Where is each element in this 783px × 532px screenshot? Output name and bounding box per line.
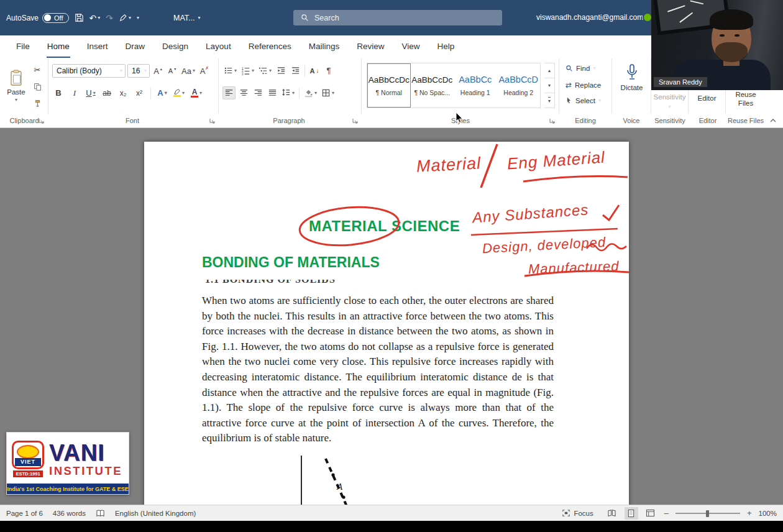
decrease-indent-icon xyxy=(277,66,286,75)
reuse-files-button[interactable]: Reuse xyxy=(717,91,774,98)
superscript-button[interactable]: x² xyxy=(133,86,145,99)
text-effects-button[interactable]: A ▾ xyxy=(156,86,168,99)
chevron-down-icon: ▾ xyxy=(129,16,131,21)
style-no-spacing[interactable]: AaBbCcDc ¶ No Spac... xyxy=(411,63,454,108)
document-title[interactable]: MAT... ▾ xyxy=(173,14,201,22)
cut-button[interactable]: ✂ xyxy=(31,63,44,76)
tab-references[interactable]: References xyxy=(240,35,300,58)
zoom-in-button[interactable]: + xyxy=(746,508,753,518)
account-email[interactable]: viswanadh.chaganti@gmail.com xyxy=(536,13,643,22)
show-hide-pilcrow-button[interactable]: ¶ xyxy=(323,64,335,77)
underline-button[interactable]: U ▾ xyxy=(85,86,97,99)
numbering-button[interactable]: 123 ▾ xyxy=(240,64,255,77)
superscript-icon: x² xyxy=(136,89,142,98)
zoom-slider[interactable] xyxy=(675,509,740,518)
change-case-button[interactable]: Aa ▾ xyxy=(180,65,196,78)
paragraph-dialog-launcher[interactable] xyxy=(352,118,358,124)
format-painter-button[interactable] xyxy=(31,97,44,110)
decrease-indent-button[interactable] xyxy=(275,64,287,77)
highlight-color-button[interactable]: ▾ xyxy=(172,86,186,99)
web-layout-button[interactable] xyxy=(644,507,657,520)
grow-font-button[interactable]: A ▴ xyxy=(152,65,164,78)
shading-button[interactable]: ▾ xyxy=(303,86,318,99)
zoom-out-button[interactable]: – xyxy=(663,508,670,518)
print-layout-button[interactable] xyxy=(625,507,638,520)
font-name-combo[interactable]: Calibri (Body) ▾ xyxy=(52,64,126,78)
document-page[interactable]: MATERIAL SCIENCE BONDING OF MATERIALS 1.… xyxy=(144,142,629,505)
font-dialog-launcher[interactable] xyxy=(209,118,215,124)
styles-scroll-down[interactable]: ▾ xyxy=(544,78,554,93)
figure-dot xyxy=(342,495,345,498)
font-size-combo[interactable]: 16 ▾ xyxy=(127,64,150,78)
align-center-button[interactable] xyxy=(237,86,250,99)
read-mode-button[interactable] xyxy=(605,507,619,520)
word-count[interactable]: 436 words xyxy=(53,510,86,517)
collapse-ribbon-button[interactable] xyxy=(769,117,777,124)
shrink-font-button[interactable]: A ▾ xyxy=(166,65,178,78)
clear-formatting-button[interactable]: A ✗ xyxy=(198,65,211,78)
sensitivity-button[interactable]: Sensitivity xyxy=(651,93,688,101)
borders-button[interactable]: ▾ xyxy=(320,86,336,99)
italic-button[interactable]: I xyxy=(68,86,81,99)
tab-view[interactable]: View xyxy=(393,35,428,58)
save-button[interactable] xyxy=(75,13,84,22)
tab-help[interactable]: Help xyxy=(429,35,464,58)
multilevel-list-button[interactable]: ▾ xyxy=(257,64,273,77)
styles-more-button[interactable]: ▾ xyxy=(544,93,554,108)
strikethrough-button[interactable]: ab xyxy=(101,86,113,99)
align-left-button[interactable] xyxy=(222,86,236,99)
copy-button[interactable] xyxy=(31,80,44,93)
tab-file[interactable]: File xyxy=(7,35,39,58)
logo-estd: ESTD:1991 xyxy=(13,470,42,477)
line-spacing-icon xyxy=(282,88,291,98)
tab-insert[interactable]: Insert xyxy=(78,35,117,58)
zoom-level[interactable]: 100% xyxy=(759,510,777,517)
tab-layout[interactable]: Layout xyxy=(197,35,240,58)
style-heading1[interactable]: AaBbCc Heading 1 xyxy=(454,63,497,108)
replace-button[interactable]: ⇄ Replace xyxy=(566,81,601,89)
select-button[interactable]: Select ▾ xyxy=(566,97,601,104)
align-left-icon xyxy=(224,88,234,98)
editing-group-label: Editing xyxy=(575,117,596,124)
zoom-slider-handle[interactable] xyxy=(706,510,709,517)
sort-button[interactable]: A ↓ xyxy=(308,64,321,77)
bullets-button[interactable]: ▾ xyxy=(222,64,238,77)
font-color-button[interactable]: A ▾ xyxy=(190,86,203,99)
style-heading2[interactable]: AaBbCcD Heading 2 xyxy=(497,63,541,108)
chevron-down-icon: ▾ xyxy=(165,91,167,96)
clipboard-dialog-launcher[interactable] xyxy=(39,118,44,124)
find-button[interactable]: Find ▾ xyxy=(566,65,595,72)
qat-pen-button[interactable]: ▾ xyxy=(119,14,131,22)
tab-review[interactable]: Review xyxy=(348,35,393,58)
tab-draw[interactable]: Draw xyxy=(117,35,154,58)
annotation-material: Material xyxy=(416,154,482,176)
autosave-control[interactable]: AutoSave Off xyxy=(6,13,69,23)
format-painter-icon xyxy=(34,99,42,108)
align-right-button[interactable] xyxy=(252,86,264,99)
subscript-button[interactable]: x₂ xyxy=(117,86,129,99)
tab-mailings[interactable]: Mailings xyxy=(300,35,349,58)
tab-home[interactable]: Home xyxy=(39,35,78,58)
search-box[interactable]: Search xyxy=(293,10,502,25)
page-indicator[interactable]: Page 1 of 6 xyxy=(6,510,43,517)
tab-design[interactable]: Design xyxy=(153,35,197,58)
undo-button[interactable]: ↶ ▾ xyxy=(89,13,101,23)
styles-scroll-up[interactable]: ▴ xyxy=(544,63,554,78)
focus-mode-button[interactable]: Focus xyxy=(562,509,593,517)
autosave-toggle[interactable]: Off xyxy=(42,13,68,23)
qat-customize-button[interactable]: ▾ xyxy=(137,16,139,21)
bold-button[interactable]: B xyxy=(52,86,65,99)
language-indicator[interactable]: English (United Kingdom) xyxy=(115,510,196,517)
person-beard xyxy=(715,42,748,62)
line-spacing-button[interactable]: ▾ xyxy=(280,86,296,99)
justify-button[interactable] xyxy=(266,86,278,99)
style-normal[interactable]: AaBbCcDc ¶ Normal xyxy=(367,63,411,108)
styles-dialog-launcher[interactable] xyxy=(549,118,555,124)
redo-button[interactable]: ↷ xyxy=(106,13,113,23)
dictate-button[interactable]: Dictate xyxy=(612,63,651,91)
sort-arrow-icon: ↓ xyxy=(316,67,319,74)
paste-button[interactable]: Paste ▾ xyxy=(4,62,28,109)
increase-indent-button[interactable] xyxy=(289,64,301,77)
focus-icon xyxy=(562,509,570,517)
proofing-status[interactable] xyxy=(96,509,105,518)
